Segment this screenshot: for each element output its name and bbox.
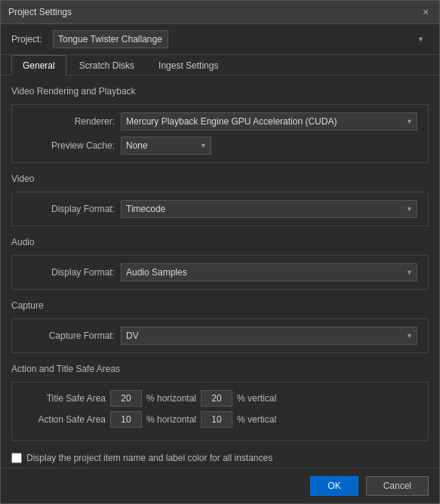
- cancel-button[interactable]: Cancel: [366, 476, 429, 496]
- checkbox-label: Display the project item name and label …: [26, 453, 272, 463]
- title-safe-h-input[interactable]: [110, 390, 142, 407]
- action-safe-h-input[interactable]: [110, 411, 142, 428]
- project-select-wrapper: Tongue Twister Challange: [53, 30, 429, 48]
- video-rendering-header: Video Rendering and Playback: [11, 83, 429, 100]
- video-section: Video Display Format: Timecode Frames Fe…: [11, 171, 429, 226]
- audio-display-format-row: Display Format: Audio Samples Millisecon…: [23, 263, 417, 281]
- title-safe-h-unit: % horizontal: [146, 393, 196, 404]
- project-row: Project: Tongue Twister Challange: [1, 24, 439, 55]
- video-display-format-row: Display Format: Timecode Frames Feet + F…: [23, 200, 417, 218]
- project-label: Project:: [11, 34, 45, 45]
- action-safe-label: Action Safe Area: [23, 414, 106, 425]
- action-safe-v-unit: % vertical: [237, 414, 276, 425]
- tab-ingest-settings[interactable]: Ingest Settings: [147, 55, 229, 75]
- capture-format-label: Capture Format:: [23, 330, 121, 341]
- action-safe-h-unit: % horizontal: [146, 414, 196, 425]
- preview-cache-label: Preview Cache:: [23, 140, 121, 151]
- safe-areas-header: Action and Title Safe Areas: [11, 361, 429, 377]
- action-safe-row: Action Safe Area % horizontal % vertical: [23, 411, 417, 428]
- title-safe-v-input[interactable]: [201, 390, 232, 407]
- content-area: Video Rendering and Playback Renderer: M…: [1, 75, 439, 468]
- video-rendering-section: Video Rendering and Playback Renderer: M…: [11, 83, 429, 163]
- audio-display-format-wrapper: Audio Samples Milliseconds: [121, 263, 417, 281]
- capture-body: Capture Format: DV HDV: [11, 318, 429, 353]
- audio-header: Audio: [11, 234, 429, 250]
- tabs-container: General Scratch Disks Ingest Settings: [1, 55, 439, 75]
- renderer-row: Renderer: Mercury Playback Engine GPU Ac…: [23, 112, 417, 131]
- tab-scratch-disks[interactable]: Scratch Disks: [68, 55, 146, 75]
- checkbox-row: Display the project item name and label …: [11, 448, 429, 468]
- video-body: Display Format: Timecode Frames Feet + F…: [11, 192, 429, 226]
- dialog-title: Project Settings: [8, 7, 72, 17]
- project-settings-dialog: Project Settings × Project: Tongue Twist…: [0, 0, 440, 504]
- footer: OK Cancel: [1, 468, 439, 503]
- capture-format-row: Capture Format: DV HDV: [23, 327, 417, 345]
- audio-display-format-label: Display Format:: [23, 267, 121, 278]
- ok-button[interactable]: OK: [310, 476, 358, 496]
- video-display-format-wrapper: Timecode Frames Feet + Frames: [121, 200, 417, 218]
- video-display-format-select[interactable]: Timecode Frames Feet + Frames: [121, 200, 417, 218]
- safe-areas-section: Action and Title Safe Areas Title Safe A…: [11, 361, 429, 441]
- video-display-format-label: Display Format:: [23, 204, 121, 214]
- audio-display-format-select[interactable]: Audio Samples Milliseconds: [121, 263, 417, 281]
- capture-header: Capture: [11, 297, 429, 314]
- renderer-select-wrapper: Mercury Playback Engine GPU Acceleration…: [121, 112, 417, 131]
- video-rendering-body: Renderer: Mercury Playback Engine GPU Ac…: [11, 104, 429, 163]
- close-button[interactable]: ×: [420, 6, 432, 18]
- video-header: Video: [11, 171, 429, 187]
- audio-body: Display Format: Audio Samples Millisecon…: [11, 255, 429, 290]
- title-bar: Project Settings ×: [1, 1, 439, 24]
- safe-areas-body: Title Safe Area % horizontal % vertical …: [11, 382, 429, 441]
- capture-format-select[interactable]: DV HDV: [121, 327, 417, 345]
- tab-general[interactable]: General: [11, 55, 66, 75]
- audio-section: Audio Display Format: Audio Samples Mill…: [11, 234, 429, 290]
- title-safe-row: Title Safe Area % horizontal % vertical: [23, 390, 417, 407]
- title-safe-label: Title Safe Area: [23, 393, 106, 404]
- capture-section: Capture Capture Format: DV HDV: [11, 297, 429, 353]
- capture-format-wrapper: DV HDV: [121, 327, 417, 345]
- renderer-label: Renderer:: [23, 116, 121, 127]
- display-label-checkbox[interactable]: [11, 453, 22, 463]
- title-safe-v-unit: % vertical: [237, 393, 276, 404]
- project-select[interactable]: Tongue Twister Challange: [53, 30, 168, 48]
- preview-cache-row: Preview Cache: None Auto Manual: [23, 137, 417, 155]
- preview-cache-select[interactable]: None Auto Manual: [121, 137, 211, 155]
- preview-cache-select-wrapper: None Auto Manual: [121, 137, 211, 155]
- renderer-select[interactable]: Mercury Playback Engine GPU Acceleration…: [121, 112, 417, 131]
- action-safe-v-input[interactable]: [201, 411, 232, 428]
